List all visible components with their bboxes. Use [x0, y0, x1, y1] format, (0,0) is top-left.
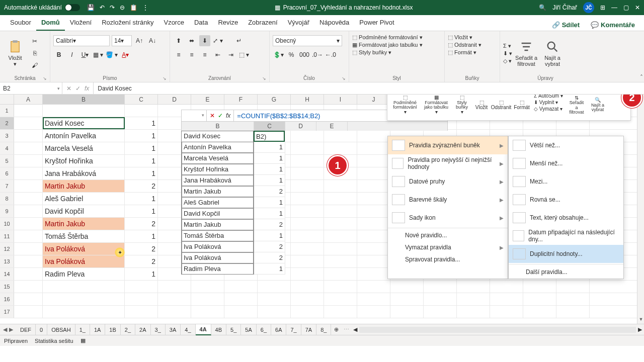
comments-button[interactable]: 💬 Komentáře [587, 19, 639, 31]
search-icon[interactable]: 🔍 [539, 4, 546, 11]
row-header[interactable]: 8 [0, 193, 14, 205]
tab-rozložení stránky[interactable]: Rozložení stránky [97, 16, 158, 31]
cell[interactable] [125, 281, 158, 293]
align-top-icon[interactable]: ⬆ [173, 35, 184, 46]
cell[interactable] [324, 281, 357, 293]
cell[interactable]: 2 [125, 180, 158, 192]
tab-soubor[interactable]: Soubor [5, 16, 36, 31]
cf-more-rules[interactable]: Další pravidla... [509, 265, 623, 279]
cell[interactable] [457, 293, 490, 305]
col-header-G[interactable]: G [258, 95, 291, 104]
col-header-I[interactable]: I [324, 95, 357, 104]
cell[interactable] [258, 293, 291, 305]
share-button[interactable]: 🔗 Sdílet [548, 19, 584, 31]
sheet-tab[interactable]: 3A [166, 324, 181, 335]
cell[interactable]: Iva Poláková [43, 243, 125, 255]
cell[interactable]: 1 [125, 268, 158, 280]
col-header-B[interactable]: B [43, 95, 125, 104]
cell[interactable]: 1 [125, 193, 158, 205]
copy-icon[interactable]: ⎘ [29, 48, 40, 59]
cell[interactable] [125, 105, 158, 117]
dec-decimal-icon[interactable]: ←.0 [325, 49, 336, 60]
ribbon-mode-icon[interactable]: ⊞ [600, 4, 605, 11]
cell[interactable] [424, 306, 457, 318]
sheet-tab[interactable]: 4A [196, 324, 211, 335]
row-header[interactable]: 11 [0, 230, 14, 242]
sheet-tab[interactable]: 6A [271, 324, 286, 335]
font-name-combo[interactable]: Calibri ▾ [53, 35, 110, 46]
redo-icon[interactable]: ↷ [110, 4, 115, 11]
row-header[interactable]: 5 [0, 155, 14, 167]
cell[interactable] [14, 218, 43, 230]
cell[interactable]: David Kosec [43, 117, 125, 129]
save-icon[interactable]: 💾 [87, 4, 95, 11]
sheet-tab[interactable]: 3_ [151, 324, 166, 335]
format-cells-button[interactable]: ⬚ Formát ▾ [448, 49, 476, 56]
delete-cells-button[interactable]: ⬚ Odstranit ▾ [448, 42, 481, 48]
tab-nav-left[interactable]: ◀ [3, 326, 7, 333]
cell[interactable] [424, 293, 457, 305]
tab-zobrazení[interactable]: Zobrazení [243, 16, 283, 31]
sheet-tab[interactable]: 0 [36, 324, 47, 335]
cf-duplicate-values[interactable]: Duplicitní hodnoty... [509, 245, 623, 263]
number-format-combo[interactable]: Obecný ▾ [273, 35, 342, 46]
cell[interactable]: Jana Hrabáková [43, 167, 125, 179]
hscroll-right[interactable]: ▶ [638, 326, 642, 333]
cf-highlight-rules[interactable]: Pravidla zvýraznění buněk▶ [388, 136, 508, 154]
cf-color-scales[interactable]: Barevné škály▶ [388, 191, 508, 209]
row-header[interactable]: 16 [0, 293, 14, 305]
cell[interactable] [357, 293, 390, 305]
col-header-A[interactable]: A [14, 95, 43, 104]
sort-filter-button[interactable]: Seřadit a filtrovat [514, 40, 538, 67]
find-select-button[interactable]: Najít a vybrat [540, 40, 565, 67]
cell[interactable] [43, 293, 125, 305]
font-color-icon[interactable]: A ▾ [120, 49, 131, 60]
maximize-icon[interactable]: ▢ [623, 4, 629, 11]
cf-top-bottom[interactable]: Pravidla pro nejvyšší či nejnižší hodnot… [388, 154, 508, 172]
cell[interactable] [14, 281, 43, 293]
cell[interactable] [523, 293, 556, 305]
cell[interactable] [125, 293, 158, 305]
tab-nav-right[interactable]: ▶ [9, 326, 13, 333]
cell[interactable] [14, 306, 43, 318]
merge-icon[interactable]: ⬚ ▾ [238, 49, 250, 60]
underline-icon[interactable]: U ▾ [79, 49, 91, 60]
font-size-combo[interactable]: 14 ▾ [112, 35, 132, 46]
cell[interactable] [14, 130, 43, 142]
status-record-icon[interactable]: ▦ [80, 337, 86, 344]
cell[interactable] [291, 293, 324, 305]
fx-icon[interactable]: fx [85, 85, 89, 92]
autosave-toggle[interactable] [65, 4, 80, 11]
accounting-icon[interactable]: 💲▾ [273, 49, 284, 60]
mr-fill[interactable]: ⬇ Vyplnit ▾ [534, 100, 563, 105]
cf-new-rule[interactable]: Nové pravidlo... [388, 229, 508, 241]
format-painter-icon[interactable]: 🖌 [29, 60, 40, 71]
cell[interactable] [324, 306, 357, 318]
cell[interactable] [291, 281, 324, 293]
tab-vzorce[interactable]: Vzorce [158, 16, 189, 31]
undo-icon[interactable]: ↶ [100, 4, 105, 11]
cf-between[interactable]: Mezi... [509, 172, 623, 191]
cell[interactable] [14, 167, 43, 179]
cell[interactable] [14, 268, 43, 280]
tab-domů[interactable]: Domů [36, 16, 65, 31]
inc-decimal-icon[interactable]: .0→ [312, 49, 323, 60]
cell[interactable]: Antonín Pavelka [43, 130, 125, 142]
cell[interactable]: David Kopčil [43, 205, 125, 217]
row-header[interactable]: 6 [0, 167, 14, 179]
fill-icon[interactable]: ⬇ ▾ [503, 50, 512, 57]
cell[interactable] [457, 306, 490, 318]
cell[interactable] [258, 306, 291, 318]
align-center-icon[interactable]: ≡ [186, 49, 197, 60]
cell[interactable]: 1 [125, 205, 158, 217]
tab-revize[interactable]: Revize [213, 16, 243, 31]
indent-inc-icon[interactable]: ⇥ [225, 49, 236, 60]
zoom-out-icon[interactable]: ⊖ [120, 4, 125, 11]
sheet-tab[interactable]: 5_ [226, 324, 241, 335]
clear-icon[interactable]: ◇ ▾ [503, 58, 512, 64]
name-box[interactable]: B2▾ [0, 82, 62, 94]
cell[interactable] [191, 293, 224, 305]
cut-icon[interactable]: ✂ [29, 36, 40, 47]
horizontal-scrollbar[interactable] [359, 327, 636, 333]
row-header[interactable]: 14 [0, 268, 14, 280]
